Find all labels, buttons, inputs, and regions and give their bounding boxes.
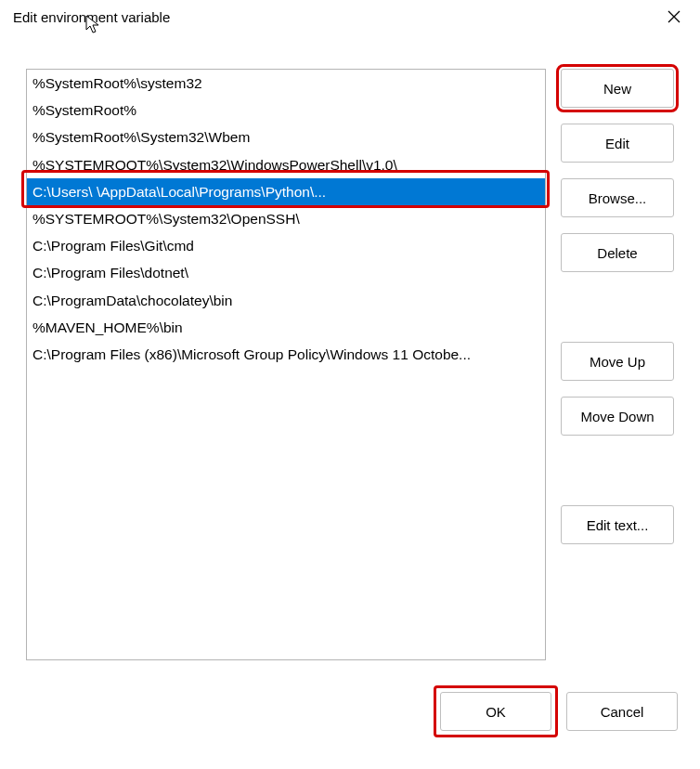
titlebar: Edit environment variable: [0, 0, 700, 37]
list-item[interactable]: C:\Program Files\dotnet\: [27, 259, 545, 286]
list-item[interactable]: %SystemRoot%\system32: [27, 70, 545, 97]
list-item[interactable]: C:\Program Files\Git\cmd: [27, 232, 545, 259]
close-button[interactable]: [659, 4, 689, 30]
list-item[interactable]: %SYSTEMROOT%\System32\WindowsPowerShell\…: [27, 151, 545, 178]
window-title: Edit environment variable: [13, 9, 170, 25]
list-item[interactable]: %MAVEN_HOME%\bin: [27, 314, 545, 341]
dialog-content: %SystemRoot%\system32 %SystemRoot% %Syst…: [0, 37, 700, 660]
move-down-button[interactable]: Move Down: [561, 397, 674, 436]
browse-button[interactable]: Browse...: [561, 178, 674, 217]
edit-text-button[interactable]: Edit text...: [561, 505, 674, 544]
list-item[interactable]: %SystemRoot%\System32\Wbem: [27, 124, 545, 150]
path-listbox[interactable]: %SystemRoot%\system32 %SystemRoot% %Syst…: [26, 69, 546, 660]
edit-button[interactable]: Edit: [561, 124, 674, 163]
close-icon: [668, 10, 681, 23]
side-buttons: New Edit Browse... Delete Move Up Move D…: [561, 69, 674, 660]
list-item[interactable]: %SystemRoot%: [27, 97, 545, 124]
ok-highlight-wrap: OK: [440, 692, 551, 731]
list-item[interactable]: C:\Program Files (x86)\Microsoft Group P…: [27, 341, 545, 368]
move-up-button[interactable]: Move Up: [561, 342, 674, 381]
new-button[interactable]: New: [561, 69, 674, 108]
cancel-button[interactable]: Cancel: [566, 692, 678, 731]
ok-button[interactable]: OK: [440, 692, 551, 731]
delete-button[interactable]: Delete: [561, 233, 674, 272]
list-item[interactable]: C:\ProgramData\chocolatey\bin: [27, 287, 545, 314]
list-item-selected[interactable]: C:\Users\ \AppData\Local\Programs\Python…: [27, 178, 545, 205]
list-item[interactable]: %SYSTEMROOT%\System32\OpenSSH\: [27, 205, 545, 232]
dialog-bottom-row: OK Cancel: [0, 660, 700, 731]
